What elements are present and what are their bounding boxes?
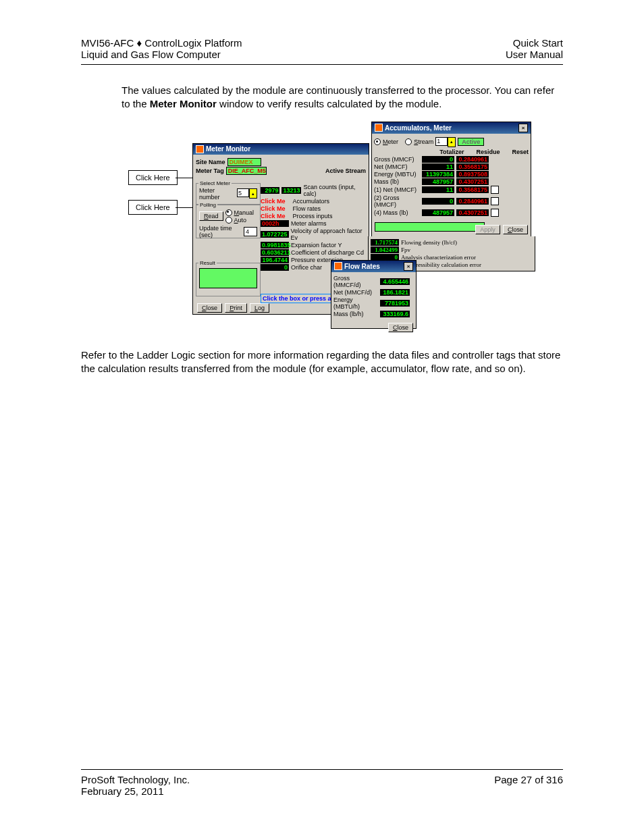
footer-date: February 25, 2011 bbox=[81, 785, 563, 797]
flow-rows: Gross (MMCF/d) 4.655446Net (MMCF/d) 186.… bbox=[331, 272, 416, 320]
acc-rows: Gross (MMCF) 0 0.2840961 Net (MMCF) 11 0… bbox=[374, 156, 529, 217]
acc-row-residue: 0.3568175 bbox=[456, 186, 489, 193]
result-box bbox=[199, 268, 257, 288]
reset-header: Reset bbox=[512, 149, 529, 155]
footer-rule bbox=[81, 769, 563, 770]
acc-row-totalizer: 0 bbox=[422, 198, 454, 205]
stream-radio-label: Stream bbox=[414, 138, 433, 145]
orifice-label: Orifice char bbox=[291, 264, 322, 271]
manual-label: Manual bbox=[234, 209, 254, 216]
header-left-1: MVI56-AFC ♦ ControlLogix Platform bbox=[81, 37, 242, 49]
acc-row-totalizer: 11 bbox=[422, 186, 454, 193]
acc-close-button[interactable]: Close bbox=[503, 225, 528, 234]
process-inputs-link[interactable]: Process inputs bbox=[293, 213, 333, 219]
accumulators-link[interactable]: Accumulators bbox=[293, 198, 330, 205]
page-footer: ProSoft Technology, Inc. Page 27 of 316 … bbox=[81, 765, 563, 797]
callout-2: Click Here bbox=[128, 200, 178, 215]
acc-row-reset-checkbox[interactable] bbox=[491, 186, 499, 194]
spin-buttons[interactable]: ▴ bbox=[448, 137, 456, 147]
meter-number-input[interactable] bbox=[237, 188, 249, 197]
result-fieldset: Result bbox=[196, 263, 261, 296]
flow-row-value: 4.655446 bbox=[380, 278, 410, 285]
fpv-label: Fpv bbox=[401, 246, 410, 253]
acc-row-label: Gross (MMCF) bbox=[374, 156, 420, 163]
flow-close-button[interactable]: Close bbox=[388, 323, 413, 332]
callout-1: Click Here bbox=[128, 170, 178, 185]
acc-row-reset-checkbox[interactable] bbox=[491, 209, 499, 217]
footer-company: ProSoft Technology, Inc. bbox=[81, 774, 190, 785]
meter-tag-label: Meter Tag bbox=[196, 167, 224, 174]
window-icon bbox=[375, 124, 383, 132]
window-icon bbox=[196, 145, 204, 153]
stream-spin[interactable]: ▴ bbox=[435, 137, 456, 147]
acc-row: (2) Gross (MMCF) 0 0.2840961 bbox=[374, 194, 529, 208]
apply-button[interactable]: Apply bbox=[475, 225, 500, 234]
density-label: Flowing density (lb/cf) bbox=[401, 239, 457, 246]
update-time-input[interactable] bbox=[244, 227, 257, 236]
manual-radio[interactable] bbox=[225, 209, 232, 216]
flow-row-value: 7781953 bbox=[380, 300, 410, 307]
mm-title: Meter Monitor bbox=[206, 145, 250, 153]
close-icon[interactable]: × bbox=[404, 262, 413, 271]
read-button[interactable]: Read bbox=[199, 211, 223, 221]
flow-title: Flow Rates bbox=[344, 263, 380, 270]
page-header: MVI56-AFC ♦ ControlLogix Platform Liquid… bbox=[81, 37, 563, 60]
y-label: Expansion factor Y bbox=[291, 242, 342, 249]
active-stream-label: Active Stream bbox=[325, 167, 366, 174]
accumulators-titlebar[interactable]: Accumulators, Meter × bbox=[372, 122, 531, 134]
acc-row-residue: 0.2840961 bbox=[456, 156, 489, 163]
click-me-2[interactable]: Click Me bbox=[261, 205, 286, 212]
ev-label: Velocity of approach factor Ev bbox=[291, 228, 366, 241]
stream-number[interactable] bbox=[435, 137, 448, 146]
acc-status-bar bbox=[375, 222, 485, 232]
intro-bold: Meter Monitor bbox=[150, 98, 217, 109]
acc-row-totalizer: 11 bbox=[422, 163, 454, 170]
mm-close-button[interactable]: Close bbox=[197, 303, 222, 313]
auto-radio[interactable] bbox=[225, 217, 232, 224]
flow-row: Gross (MMCF/d) 4.655446 bbox=[333, 275, 414, 288]
window-icon bbox=[334, 262, 342, 270]
spin-buttons[interactable]: ▴ bbox=[249, 188, 257, 199]
flow-row-label: Net (MMCF/d) bbox=[333, 289, 378, 296]
alarm-label: Meter alarms bbox=[291, 220, 327, 227]
ev-value: 1.072725 bbox=[261, 231, 289, 238]
acc-row: (4) Mass (lb) 487957 0.4307251 bbox=[374, 209, 529, 217]
click-box-hint: Click the box or press any bbox=[261, 294, 340, 303]
acc-row: Gross (MMCF) 0 0.2840961 bbox=[374, 156, 529, 163]
flow-row-value: 186.1821 bbox=[380, 289, 410, 296]
stream-radio[interactable] bbox=[405, 138, 412, 145]
flow-row-value: 333169.6 bbox=[380, 311, 410, 317]
orifice-value: 0 bbox=[261, 264, 289, 271]
flow-row: Mass (lb/h) 333169.6 bbox=[333, 311, 414, 317]
flow-row-label: Gross (MMCF/d) bbox=[333, 275, 378, 288]
density-value: 1.717574 bbox=[371, 239, 399, 246]
click-me-1[interactable]: Click Me bbox=[261, 198, 286, 205]
click-me-3[interactable]: Click Me bbox=[261, 213, 286, 219]
totalizer-header: Totalizer bbox=[439, 149, 464, 155]
flow-row-label: Mass (lb/h) bbox=[333, 311, 378, 317]
mm-titlebar[interactable]: Meter Monitor bbox=[193, 144, 369, 155]
flowrates-link[interactable]: Flow rates bbox=[293, 205, 321, 212]
acc-row-label: Net (MMCF) bbox=[374, 163, 420, 170]
scan-val-2: 13213 bbox=[281, 187, 301, 194]
mm-print-button[interactable]: Print bbox=[225, 303, 247, 313]
pext-value: 196.4744 bbox=[261, 257, 289, 263]
select-meter-legend: Select Meter bbox=[198, 180, 232, 186]
header-right-1: Quick Start bbox=[506, 37, 563, 49]
flow-titlebar[interactable]: Flow Rates × bbox=[331, 261, 416, 272]
accumulators-title: Accumulators, Meter bbox=[385, 124, 452, 132]
acc-row-residue: 0.8937508 bbox=[456, 171, 489, 178]
close-icon[interactable]: × bbox=[518, 124, 528, 132]
acc-row: (1) Net (MMCF) 11 0.3568175 bbox=[374, 186, 529, 194]
acc-row-totalizer: 487957 bbox=[422, 178, 454, 185]
meter-radio[interactable] bbox=[374, 138, 381, 145]
mm-log-button[interactable]: Log bbox=[250, 303, 269, 313]
acc-row-residue: 0.3568175 bbox=[456, 163, 489, 170]
header-rule bbox=[81, 64, 563, 65]
meter-number-spin[interactable]: ▴ bbox=[237, 188, 257, 199]
scan-val-1: 2979 bbox=[261, 187, 279, 194]
site-name-field: DUIMEX bbox=[227, 158, 261, 166]
acc-row-reset-checkbox[interactable] bbox=[491, 197, 499, 205]
intro-paragraph: The values calculated by the module are … bbox=[81, 84, 563, 111]
y-value: 0.9981835 bbox=[261, 242, 289, 249]
